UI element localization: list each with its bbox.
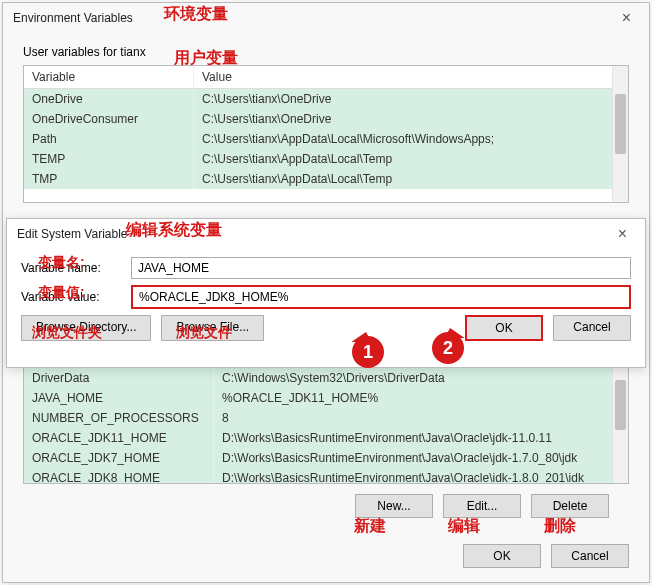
cell-value: D:\Works\BasicsRuntimeEnvironment\Java\O… [214, 448, 628, 468]
scroll-thumb[interactable] [615, 94, 626, 154]
cell-value: C:\Users\tianx\AppData\Local\Temp [194, 169, 628, 189]
scrollbar[interactable] [612, 66, 628, 202]
variable-name-input[interactable] [131, 257, 631, 279]
cancel-button[interactable]: Cancel [553, 315, 631, 341]
ok-button[interactable]: OK [463, 544, 541, 568]
edit-body: Variable name: Variable value: Browse Di… [7, 249, 645, 351]
cell-variable: ORACLE_JDK11_HOME [24, 428, 214, 448]
browse-file-button[interactable]: Browse File... [161, 315, 264, 341]
cell-variable: DriverData [24, 368, 214, 388]
cell-value: C:\Users\tianx\AppData\Local\Microsoft\W… [194, 129, 628, 149]
table-row[interactable]: TMPC:\Users\tianx\AppData\Local\Temp [24, 169, 628, 189]
cell-value: %ORACLE_JDK11_HOME% [214, 388, 628, 408]
col-value[interactable]: Value [194, 66, 628, 88]
col-variable[interactable]: Variable [24, 66, 194, 88]
dialog-title: Environment Variables [13, 11, 614, 25]
table-row[interactable]: JAVA_HOME%ORACLE_JDK11_HOME% [24, 388, 628, 408]
cell-variable: OneDriveConsumer [24, 109, 194, 129]
table-row[interactable]: ORACLE_JDK11_HOMED:\Works\BasicsRuntimeE… [24, 428, 628, 448]
cell-value: C:\Users\tianx\OneDrive [194, 109, 628, 129]
cancel-button[interactable]: Cancel [551, 544, 629, 568]
table-row[interactable]: NUMBER_OF_PROCESSORS8 [24, 408, 628, 428]
dialog-title: Edit System Variable [17, 227, 610, 241]
titlebar: Environment Variables × [3, 3, 649, 33]
delete-button[interactable]: Delete [531, 494, 609, 518]
close-icon[interactable]: × [614, 9, 639, 27]
variable-name-label: Variable name: [21, 261, 131, 275]
table-row[interactable]: ORACLE_JDK8_HOMED:\Works\BasicsRuntimeEn… [24, 468, 628, 484]
titlebar: Edit System Variable × [7, 219, 645, 249]
variable-value-label: Variable value: [21, 290, 131, 304]
cell-value: 8 [214, 408, 628, 428]
table-row[interactable]: DriverDataC:\Windows\System32\Drivers\Dr… [24, 368, 628, 388]
dialog-footer: OK Cancel [463, 544, 629, 568]
table-row[interactable]: OneDriveC:\Users\tianx\OneDrive [24, 89, 628, 109]
table-row[interactable]: PathC:\Users\tianx\AppData\Local\Microso… [24, 129, 628, 149]
cell-variable: TMP [24, 169, 194, 189]
variable-value-row: Variable value: [21, 285, 631, 309]
new-button[interactable]: New... [355, 494, 433, 518]
system-vars-table: DriverDataC:\Windows\System32\Drivers\Dr… [23, 367, 629, 484]
cell-variable: ORACLE_JDK8_HOME [24, 468, 214, 484]
cell-value: C:\Windows\System32\Drivers\DriverData [214, 368, 628, 388]
table-row[interactable]: TEMPC:\Users\tianx\AppData\Local\Temp [24, 149, 628, 169]
cell-variable: OneDrive [24, 89, 194, 109]
cell-value: C:\Users\tianx\AppData\Local\Temp [194, 149, 628, 169]
cell-value: D:\Works\BasicsRuntimeEnvironment\Java\O… [214, 468, 628, 484]
scrollbar[interactable] [612, 368, 628, 483]
table-header: Variable Value [24, 66, 628, 89]
table-row[interactable]: ORACLE_JDK7_HOMED:\Works\BasicsRuntimeEn… [24, 448, 628, 468]
edit-buttons: Browse Directory... Browse File... OK Ca… [21, 315, 631, 341]
user-vars-table: Variable Value OneDriveC:\Users\tianx\On… [23, 65, 629, 203]
edit-system-variable-dialog: Edit System Variable × Variable name: Va… [6, 218, 646, 368]
cell-value: D:\Works\BasicsRuntimeEnvironment\Java\O… [214, 428, 628, 448]
cell-variable: JAVA_HOME [24, 388, 214, 408]
user-vars-label: User variables for tianx [3, 33, 649, 65]
cell-variable: ORACLE_JDK7_HOME [24, 448, 214, 468]
edit-button[interactable]: Edit... [443, 494, 521, 518]
table-row[interactable]: OneDriveConsumerC:\Users\tianx\OneDrive [24, 109, 628, 129]
variable-value-input[interactable] [131, 285, 631, 309]
cell-value: C:\Users\tianx\OneDrive [194, 89, 628, 109]
cell-variable: Path [24, 129, 194, 149]
scroll-thumb[interactable] [615, 380, 626, 430]
system-btn-row: New... Edit... Delete [23, 484, 629, 518]
close-icon[interactable]: × [610, 225, 635, 243]
variable-name-row: Variable name: [21, 257, 631, 279]
cell-variable: NUMBER_OF_PROCESSORS [24, 408, 214, 428]
cell-variable: TEMP [24, 149, 194, 169]
system-vars-area: DriverDataC:\Windows\System32\Drivers\Dr… [23, 367, 629, 518]
browse-directory-button[interactable]: Browse Directory... [21, 315, 151, 341]
ok-button[interactable]: OK [465, 315, 543, 341]
